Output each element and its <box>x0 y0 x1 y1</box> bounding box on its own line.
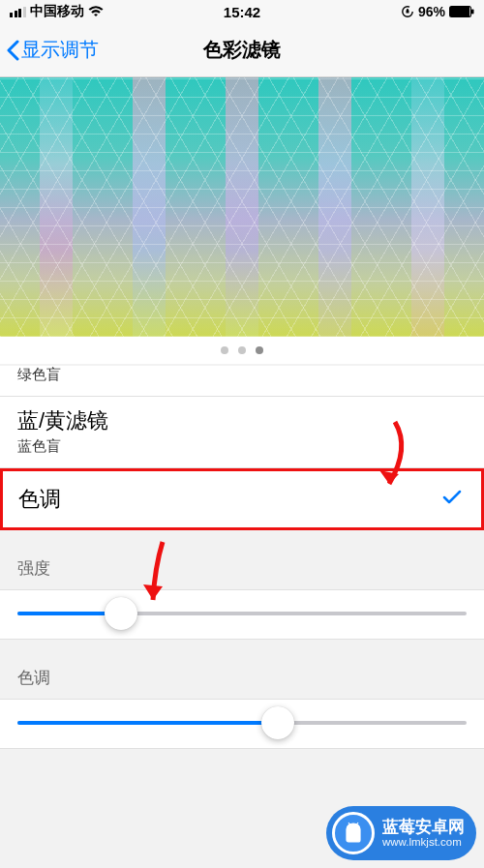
slider-thumb[interactable] <box>261 706 294 739</box>
status-right: 96% <box>401 4 474 19</box>
status-bar: 中国移动 15:42 96% <box>0 0 484 23</box>
signal-icon <box>10 7 26 17</box>
page-indicator[interactable] <box>0 337 484 364</box>
watermark-text: 蓝莓安卓网 www.lmkjst.com <box>382 818 465 850</box>
option-sub: 绿色盲 <box>17 366 467 384</box>
watermark-title: 蓝莓安卓网 <box>382 818 465 837</box>
option-sub: 蓝色盲 <box>17 437 467 456</box>
svg-rect-1 <box>449 6 471 17</box>
check-icon <box>442 490 462 509</box>
color-preview[interactable] <box>0 77 484 337</box>
hex-pattern <box>0 77 484 337</box>
svg-point-6 <box>349 826 351 828</box>
page-dot-active <box>256 346 263 354</box>
hue-label: 色调 <box>0 640 484 699</box>
intensity-label: 强度 <box>0 530 484 589</box>
filter-list: 绿色盲 蓝/黄滤镜 蓝色盲 色调 <box>0 366 484 530</box>
slider-fill <box>17 721 278 725</box>
page-dot <box>221 346 228 354</box>
page-dot <box>238 346 246 354</box>
filter-option-tint[interactable]: 色调 <box>0 468 484 530</box>
hue-slider-cell <box>0 699 484 749</box>
svg-rect-2 <box>471 10 474 15</box>
watermark: 蓝莓安卓网 www.lmkjst.com <box>326 806 476 860</box>
intensity-slider-cell <box>0 589 484 640</box>
watermark-url: www.lmkjst.com <box>382 836 465 849</box>
filter-option-blue-yellow[interactable]: 蓝/黄滤镜 蓝色盲 <box>0 397 484 468</box>
intensity-slider[interactable] <box>17 612 467 615</box>
clock: 15:42 <box>224 4 260 20</box>
svg-rect-3 <box>469 8 470 16</box>
slider-thumb[interactable] <box>105 597 137 630</box>
carrier-label: 中国移动 <box>30 3 84 20</box>
nav-bar: 显示调节 色彩滤镜 <box>0 23 484 77</box>
svg-point-7 <box>355 826 357 828</box>
option-title: 蓝/黄滤镜 <box>17 406 467 435</box>
rotation-lock-icon <box>401 5 414 18</box>
filter-option-green[interactable]: 绿色盲 <box>0 366 484 397</box>
battery-percent: 96% <box>418 4 445 19</box>
status-left: 中国移动 <box>10 3 104 20</box>
battery-icon <box>449 6 474 17</box>
back-label: 显示调节 <box>21 37 99 63</box>
wifi-icon <box>88 6 104 17</box>
page-title: 色彩滤镜 <box>203 37 281 63</box>
hue-slider[interactable] <box>17 721 467 725</box>
back-button[interactable]: 显示调节 <box>6 37 99 63</box>
android-icon <box>332 812 375 854</box>
option-title: 色调 <box>18 485 466 514</box>
